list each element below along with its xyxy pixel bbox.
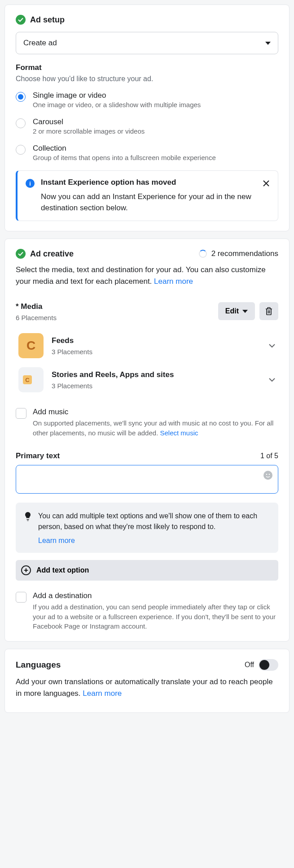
plus-icon: + [21, 565, 31, 575]
radio-button [16, 92, 26, 102]
media-placements: 6 Placements [16, 314, 57, 321]
languages-card: Languages Off Add your own translations … [4, 649, 290, 713]
edit-media-button[interactable]: Edit [218, 302, 255, 320]
check-icon [16, 15, 26, 25]
recommendations-link[interactable]: 2 recommendations [199, 249, 278, 258]
close-icon[interactable] [262, 179, 271, 188]
ad-creative-desc: Select the media, text and destination f… [16, 264, 278, 287]
emoji-icon[interactable] [263, 470, 273, 480]
tip-learn-more-link[interactable]: Learn more [38, 537, 270, 545]
primary-text-input[interactable] [16, 465, 278, 494]
radio-title: Single image or video [33, 91, 201, 100]
primary-text-label: Primary text [16, 451, 60, 460]
bulb-icon [24, 512, 32, 545]
languages-desc: Add your own translations or automatical… [16, 676, 278, 699]
radio-desc: 2 or more scrollable images or videos [33, 127, 145, 135]
instant-experience-notice: i Instant Experience option has moved No… [16, 170, 278, 221]
add-text-option-button[interactable]: + Add text option [16, 560, 278, 581]
languages-toggle[interactable] [259, 659, 278, 671]
learn-more-link[interactable]: Learn more [154, 277, 193, 286]
delete-media-button[interactable] [259, 302, 278, 320]
radio-button [16, 118, 26, 128]
svg-point-2 [269, 473, 270, 475]
create-ad-dropdown[interactable]: Create ad [16, 32, 278, 54]
ad-setup-title: Ad setup [30, 15, 65, 25]
check-icon [16, 249, 26, 259]
media-item-title: Feeds [52, 336, 260, 345]
feeds-thumbnail: C [18, 333, 44, 358]
media-item-feeds[interactable]: C Feeds 3 Placements [16, 329, 278, 363]
add-music-checkbox[interactable] [16, 408, 26, 419]
notice-body: Now you can add an Instant Experience fo… [41, 191, 256, 213]
dropdown-value: Create ad [23, 39, 57, 48]
info-icon: i [26, 179, 35, 188]
toggle-knob [259, 660, 269, 670]
radio-button [16, 145, 26, 155]
format-desc: Choose how you'd like to structure your … [16, 75, 278, 83]
radio-title: Collection [33, 144, 216, 153]
media-item-title: Stories and Reels, Apps and sites [52, 370, 260, 379]
chevron-down-icon [268, 342, 276, 350]
radio-title: Carousel [33, 117, 145, 126]
media-item-stories[interactable]: C Stories and Reels, Apps and sites 3 Pl… [16, 363, 278, 397]
svg-point-1 [266, 473, 268, 475]
languages-title: Languages [16, 660, 61, 670]
primary-text-tip: You can add multiple text options and we… [16, 503, 278, 553]
radio-single-image[interactable]: Single image or video One image or video… [16, 91, 278, 108]
stories-thumbnail: C [18, 367, 44, 392]
chevron-down-icon [268, 376, 276, 384]
media-label: * Media [16, 302, 57, 311]
spinner-icon [199, 250, 207, 258]
add-music-label: Add music [33, 408, 278, 417]
radio-collection[interactable]: Collection Group of items that opens int… [16, 144, 278, 161]
notice-title: Instant Experience option has moved [41, 178, 256, 187]
primary-text-counter: 1 of 5 [260, 452, 278, 460]
media-item-sub: 3 Placements [52, 348, 260, 356]
add-destination-desc: If you add a destination, you can send p… [33, 602, 278, 631]
caret-down-icon [242, 310, 248, 313]
add-destination-checkbox[interactable] [16, 592, 26, 603]
languages-learn-more-link[interactable]: Learn more [83, 689, 122, 698]
tip-text: You can add multiple text options and we… [38, 511, 270, 532]
svg-point-0 [263, 471, 272, 480]
caret-down-icon [265, 42, 271, 45]
ad-setup-card: Ad setup Create ad Format Choose how you… [4, 4, 290, 231]
format-label: Format [16, 63, 278, 72]
select-music-link[interactable]: Select music [160, 429, 198, 437]
add-destination-label: Add a destination [33, 591, 278, 600]
radio-desc: Group of items that opens into a fullscr… [33, 154, 216, 161]
radio-desc: One image or video, or a slideshow with … [33, 101, 201, 108]
languages-toggle-label: Off [245, 661, 254, 669]
media-item-sub: 3 Placements [52, 382, 260, 390]
ad-creative-card: Ad creative 2 recommendations Select the… [4, 239, 290, 642]
trash-icon [265, 307, 273, 316]
radio-carousel[interactable]: Carousel 2 or more scrollable images or … [16, 117, 278, 135]
add-music-desc: On supported placements, we'll sync your… [33, 418, 278, 438]
recommendations-text: 2 recommendations [211, 249, 278, 258]
ad-creative-title: Ad creative [30, 249, 74, 259]
format-radio-group: Single image or video One image or video… [16, 91, 278, 161]
